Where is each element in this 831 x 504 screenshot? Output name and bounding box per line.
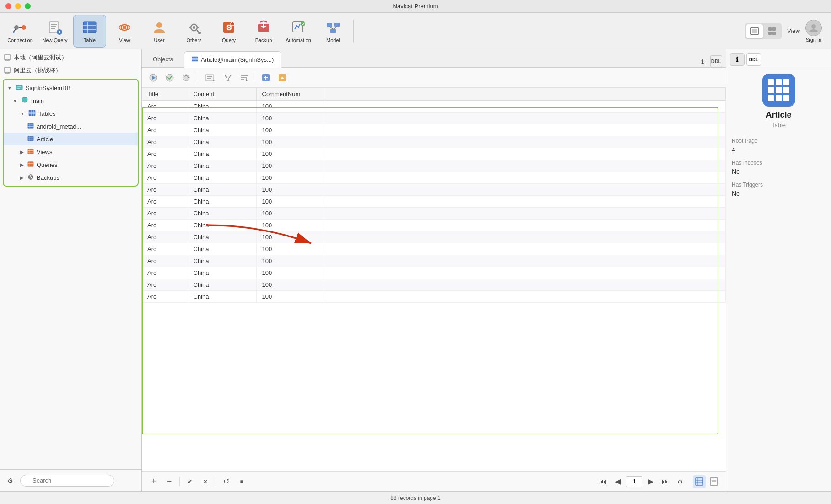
sidebar-item-views[interactable]: ▶ Views bbox=[4, 145, 138, 158]
sidebar-item-main[interactable]: ▼ main bbox=[4, 94, 138, 107]
add-row-btn[interactable]: + bbox=[147, 475, 160, 488]
cell-extra bbox=[325, 136, 726, 148]
grid-edit-btn[interactable] bbox=[275, 70, 290, 85]
cell-content: China bbox=[188, 196, 256, 208]
sidebar-item-aliyun[interactable]: 阿里云（挑战杯） bbox=[0, 64, 141, 77]
minimize-button[interactable] bbox=[15, 3, 21, 9]
refresh-sub-btn[interactable] bbox=[178, 70, 194, 85]
view-multi-toggle[interactable] bbox=[764, 24, 780, 38]
table-row[interactable]: Arc China 100 bbox=[142, 101, 726, 113]
sidebar-item-tables[interactable]: ▼ Tables bbox=[4, 107, 138, 120]
cell-title: Arc bbox=[142, 172, 188, 184]
col-content[interactable]: Content bbox=[188, 88, 256, 101]
table-row[interactable]: Arc China 100 bbox=[142, 267, 726, 279]
queries-chevron: ▶ bbox=[20, 162, 24, 167]
run-btn[interactable] bbox=[146, 70, 161, 85]
svg-rect-74 bbox=[28, 161, 33, 166]
sidebar-item-signindb[interactable]: ▼ SignInSystemDB bbox=[4, 81, 138, 94]
filter-btn[interactable] bbox=[220, 70, 236, 85]
svg-point-23 bbox=[198, 32, 201, 34]
tab-article[interactable]: Article@main (SignInSys...) bbox=[184, 51, 281, 68]
view-single-toggle[interactable] bbox=[746, 24, 763, 38]
sidebar-settings-btn[interactable]: ⚙ bbox=[4, 474, 16, 487]
toolbar-view[interactable]: View bbox=[108, 15, 141, 48]
table-row[interactable]: Arc China 100 bbox=[142, 279, 726, 291]
page-prev-btn[interactable]: ◀ bbox=[611, 475, 624, 488]
cell-extra bbox=[325, 101, 726, 113]
right-panel: ℹ DDL Article Table Root Pa bbox=[726, 49, 831, 491]
page-next-btn[interactable]: ▶ bbox=[644, 475, 657, 488]
form-view-btn[interactable] bbox=[707, 475, 720, 488]
backups-chevron: ▶ bbox=[20, 175, 24, 180]
discard-btn[interactable]: ✕ bbox=[199, 475, 212, 488]
svg-point-41 bbox=[811, 24, 816, 29]
table-row[interactable]: Arc China 100 bbox=[142, 172, 726, 184]
table-row[interactable]: Arc China 100 bbox=[142, 160, 726, 172]
table-row[interactable]: Arc China 100 bbox=[142, 184, 726, 196]
table-label: Table bbox=[84, 38, 96, 43]
cell-commentnum: 100 bbox=[256, 160, 325, 172]
cell-title: Arc bbox=[142, 231, 188, 243]
sidebar-item-article[interactable]: Article bbox=[4, 133, 138, 145]
table-row[interactable]: Arc China 100 bbox=[142, 148, 726, 160]
page-input[interactable] bbox=[626, 476, 642, 487]
toolbar-connection[interactable]: Connection bbox=[4, 15, 37, 48]
toolbar-backup[interactable]: Backup bbox=[247, 15, 280, 48]
cell-title: Arc bbox=[142, 101, 188, 113]
maximize-button[interactable] bbox=[25, 3, 31, 9]
sidebar-item-queries[interactable]: ▶ Queries bbox=[4, 158, 138, 171]
table-row[interactable]: Arc China 100 bbox=[142, 196, 726, 208]
backups-icon bbox=[27, 174, 34, 182]
grid-add-btn[interactable] bbox=[258, 70, 274, 85]
grid-view-btn[interactable] bbox=[693, 475, 706, 488]
table-row[interactable]: Arc China 100 bbox=[142, 255, 726, 267]
remove-row-btn[interactable]: − bbox=[163, 475, 176, 488]
col-commentnum[interactable]: CommentNum bbox=[256, 88, 325, 101]
ddl-btn[interactable]: DDL bbox=[710, 55, 722, 67]
sidebar-item-backups[interactable]: ▶ Backups bbox=[4, 171, 138, 184]
table-row[interactable]: Arc China 100 bbox=[142, 291, 726, 303]
table-row[interactable]: Arc China 100 bbox=[142, 136, 726, 148]
android-meta-label: android_metad... bbox=[37, 123, 81, 130]
info-icon-btn[interactable]: ℹ bbox=[696, 55, 708, 67]
page-settings-btn[interactable]: ⚙ bbox=[674, 475, 686, 488]
tab-article-icon bbox=[192, 56, 198, 64]
tabs-bar: Objects Article@main (SignInSys...) ℹ DD… bbox=[142, 49, 726, 68]
cell-extra bbox=[325, 124, 726, 136]
sidebar-item-android-meta[interactable]: android_metad... bbox=[4, 120, 138, 133]
stop-btn[interactable]: ■ bbox=[235, 475, 248, 488]
sidebar-item-local[interactable]: 本地（阿里云测试） bbox=[0, 51, 141, 64]
table-row[interactable]: Arc China 100 bbox=[142, 113, 726, 124]
ddl-panel-btn[interactable]: DDL bbox=[746, 53, 761, 66]
cell-content: China bbox=[188, 255, 256, 267]
connection-label: Connection bbox=[7, 38, 33, 43]
check-btn[interactable] bbox=[162, 70, 178, 85]
toolbar-automation[interactable]: Automation bbox=[282, 15, 315, 48]
sign-in-area[interactable]: Sign In bbox=[805, 20, 822, 43]
info-panel-btn[interactable]: ℹ bbox=[730, 53, 745, 66]
close-button[interactable] bbox=[5, 3, 11, 9]
svg-rect-54 bbox=[29, 110, 35, 116]
table-row[interactable]: Arc China 100 bbox=[142, 243, 726, 255]
table-row[interactable]: Arc China 100 bbox=[142, 220, 726, 231]
cell-title: Arc bbox=[142, 124, 188, 136]
sidebar-search-input[interactable] bbox=[20, 475, 114, 487]
apply-btn[interactable]: ✔ bbox=[183, 475, 196, 488]
table-row[interactable]: Arc China 100 bbox=[142, 124, 726, 136]
table-row[interactable]: Arc China 100 bbox=[142, 208, 726, 220]
toolbar-table[interactable]: Table bbox=[73, 15, 106, 48]
toolbar-query[interactable]: ⚙ Query bbox=[212, 15, 245, 48]
sort-btn[interactable] bbox=[237, 70, 252, 85]
table-row[interactable]: Arc China 100 bbox=[142, 231, 726, 243]
page-first-btn[interactable]: ⏮ bbox=[597, 475, 610, 488]
toolbar-model[interactable]: Model bbox=[317, 15, 350, 48]
tab-objects[interactable]: Objects bbox=[142, 51, 184, 67]
toolbar-new-query[interactable]: New Query bbox=[38, 15, 71, 48]
filter-rows-btn[interactable]: ▾ bbox=[200, 70, 219, 85]
col-title[interactable]: Title bbox=[142, 88, 188, 101]
refresh-btn[interactable]: ↺ bbox=[220, 475, 232, 488]
page-last-btn[interactable]: ⏭ bbox=[659, 475, 672, 488]
toolbar-user[interactable]: User bbox=[143, 15, 176, 48]
cell-title: Arc bbox=[142, 267, 188, 279]
toolbar-others[interactable]: Others bbox=[178, 15, 210, 48]
